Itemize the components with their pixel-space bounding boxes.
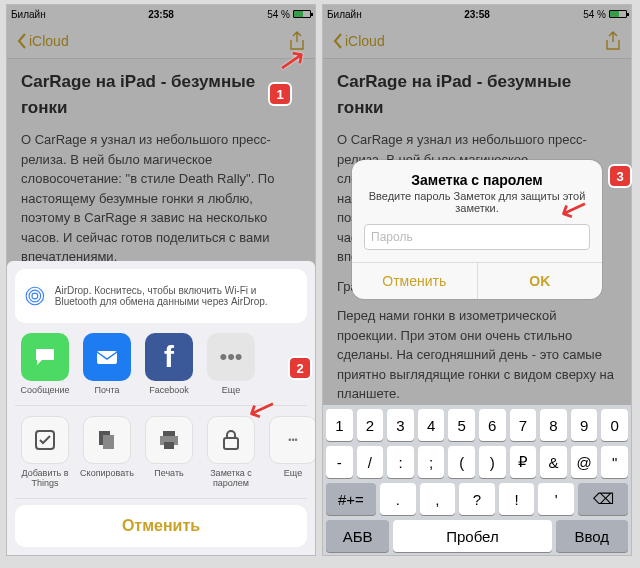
svg-rect-10 xyxy=(224,438,238,449)
cancel-button[interactable]: Отменить xyxy=(15,505,307,547)
airdrop-icon xyxy=(25,279,45,313)
kb-row-2: -/:;()₽&@" xyxy=(326,446,628,478)
key-abc[interactable]: АБВ xyxy=(326,520,389,552)
action-copy[interactable]: Скопировать xyxy=(79,416,135,488)
key[interactable]: 9 xyxy=(571,409,598,441)
action-things[interactable]: Добавить в Things xyxy=(17,416,73,488)
key[interactable]: 3 xyxy=(387,409,414,441)
app-messages[interactable]: Сообщение xyxy=(17,333,73,395)
callout-1: 1 xyxy=(270,84,290,104)
password-input[interactable] xyxy=(364,224,590,250)
key[interactable]: ! xyxy=(499,483,535,515)
key[interactable]: : xyxy=(387,446,414,478)
keyboard: 1234567890 -/:;()₽&@" #+=.,?!'⌫ АБВ Проб… xyxy=(323,405,631,555)
key-symbols[interactable]: #+= xyxy=(326,483,376,515)
svg-point-1 xyxy=(29,290,41,302)
phone-right: Билайн 23:58 54 % iCloud CarRage на iPad… xyxy=(322,4,632,556)
key[interactable]: 1 xyxy=(326,409,353,441)
callout-3: 3 xyxy=(610,166,630,186)
key[interactable]: & xyxy=(540,446,567,478)
app-more[interactable]: •••Еще xyxy=(203,333,259,395)
alert-cancel-button[interactable]: Отменить xyxy=(352,263,477,299)
key[interactable]: . xyxy=(380,483,416,515)
key[interactable]: ' xyxy=(538,483,574,515)
key[interactable]: ₽ xyxy=(510,446,537,478)
key[interactable]: 8 xyxy=(540,409,567,441)
key[interactable]: @ xyxy=(571,446,598,478)
key[interactable]: - xyxy=(326,446,353,478)
lock-icon xyxy=(220,428,242,452)
svg-rect-3 xyxy=(97,351,117,364)
app-mail[interactable]: Почта xyxy=(79,333,135,395)
action-more[interactable]: •••Еще xyxy=(265,416,316,488)
svg-point-0 xyxy=(32,293,38,299)
key-space[interactable]: Пробел xyxy=(393,520,551,552)
key[interactable]: ( xyxy=(448,446,475,478)
key[interactable]: 7 xyxy=(510,409,537,441)
key[interactable]: 4 xyxy=(418,409,445,441)
key[interactable]: / xyxy=(357,446,384,478)
kb-row-1: 1234567890 xyxy=(326,409,628,441)
kb-row-3: #+=.,?!'⌫ xyxy=(326,483,628,515)
key[interactable]: 2 xyxy=(357,409,384,441)
key[interactable]: ? xyxy=(459,483,495,515)
key-return[interactable]: Ввод xyxy=(556,520,628,552)
airdrop-row[interactable]: AirDrop. Коснитесь, чтобы включить Wi-Fi… xyxy=(15,269,307,323)
svg-rect-7 xyxy=(163,431,175,436)
key[interactable]: , xyxy=(420,483,456,515)
alert-ok-button[interactable]: OK xyxy=(477,263,603,299)
svg-rect-9 xyxy=(164,442,174,449)
key[interactable]: 0 xyxy=(601,409,628,441)
kb-row-4: АБВ Пробел Ввод xyxy=(326,520,628,552)
alert-title: Заметка с паролем xyxy=(352,160,602,190)
callout-2: 2 xyxy=(290,358,310,378)
key[interactable]: ) xyxy=(479,446,506,478)
key[interactable]: ; xyxy=(418,446,445,478)
key[interactable]: 6 xyxy=(479,409,506,441)
key-backspace[interactable]: ⌫ xyxy=(578,483,628,515)
key[interactable]: 5 xyxy=(448,409,475,441)
action-print[interactable]: Печать xyxy=(141,416,197,488)
app-facebook[interactable]: fFacebook xyxy=(141,333,197,395)
password-alert: Заметка с паролем Введите пароль Заметок… xyxy=(352,160,602,299)
key[interactable]: " xyxy=(601,446,628,478)
svg-rect-6 xyxy=(103,435,114,449)
